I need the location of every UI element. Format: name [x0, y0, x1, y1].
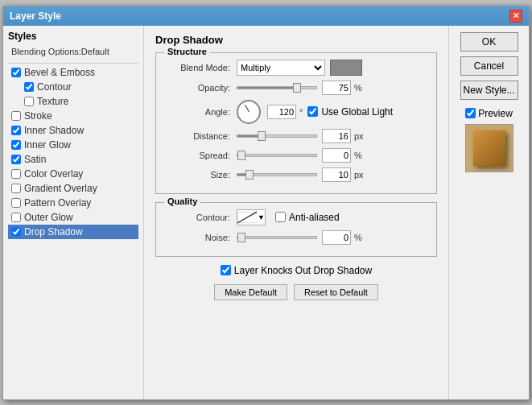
sidebar-item-inner-glow[interactable]: Inner Glow [8, 138, 138, 152]
pattern-overlay-label: Pattern Overlay [24, 197, 91, 209]
noise-input[interactable] [322, 230, 351, 245]
sidebar-item-bevel-emboss[interactable]: Bevel & Emboss [8, 65, 138, 80]
angle-input[interactable] [267, 105, 296, 119]
sidebar-item-gradient-overlay[interactable]: Gradient Overlay [8, 181, 138, 196]
preview-label-text: Preview [478, 108, 513, 119]
structure-label: Structure [164, 47, 210, 56]
opacity-label: Opacity: [166, 83, 230, 93]
preview-image [473, 130, 505, 166]
bevel-emboss-checkbox[interactable] [11, 68, 21, 77]
noise-label: Noise: [166, 233, 230, 242]
spread-label: Spread: [166, 151, 230, 160]
preview-checkbox[interactable] [465, 108, 476, 118]
contour-arrow: ▼ [258, 213, 265, 221]
satin-label: Satin [24, 154, 46, 165]
drop-shadow-label: Drop Shadow [24, 226, 83, 238]
size-slider[interactable] [237, 173, 317, 176]
left-panel: Styles Blending Options:Default Bevel & … [3, 26, 144, 399]
anti-aliased-text: Anti-aliased [289, 212, 340, 223]
angle-label: Angle: [166, 107, 230, 117]
spread-unit: % [354, 151, 362, 160]
sidebar-item-outer-glow[interactable]: Outer Glow [8, 210, 138, 225]
shadow-color-swatch[interactable] [330, 60, 362, 76]
layer-knocks-checkbox[interactable] [221, 265, 231, 275]
contour-checkbox[interactable] [24, 82, 34, 92]
anti-aliased-checkbox[interactable] [275, 212, 286, 222]
satin-checkbox[interactable] [11, 155, 21, 164]
gradient-overlay-checkbox[interactable] [11, 184, 21, 193]
inner-glow-label: Inner Glow [24, 139, 71, 151]
blending-options[interactable]: Blending Options:Default [8, 45, 138, 58]
sidebar-item-color-overlay[interactable]: Color Overlay [8, 167, 138, 181]
opacity-slider[interactable] [237, 86, 317, 89]
quality-label: Quality [164, 196, 200, 206]
stroke-checkbox[interactable] [11, 111, 21, 121]
blend-mode-label: Blend Mode: [166, 63, 230, 72]
distance-input[interactable] [322, 129, 351, 143]
bevel-emboss-label: Bevel & Emboss [24, 67, 95, 78]
outer-glow-label: Outer Glow [24, 212, 73, 223]
section-title: Drop Shadow [155, 34, 437, 46]
texture-checkbox[interactable] [24, 97, 34, 106]
spread-input[interactable] [322, 148, 351, 163]
sidebar-item-contour[interactable]: Contour [8, 80, 138, 94]
contour-label: Contour: [166, 213, 230, 222]
close-button[interactable]: ✕ [509, 10, 522, 23]
contour-label: Contour [37, 81, 72, 93]
sidebar-item-texture[interactable]: Texture [8, 94, 138, 109]
layer-knocks-row: Layer Knocks Out Drop Shadow [155, 265, 437, 276]
preview-label-row: Preview [465, 108, 513, 119]
pattern-overlay-checkbox[interactable] [11, 198, 21, 208]
window-title: Layer Style [10, 10, 61, 22]
window-body: Styles Blending Options:Default Bevel & … [3, 26, 529, 399]
size-input[interactable] [322, 167, 351, 182]
layer-style-window: Layer Style ✕ Styles Blending Options:De… [2, 6, 530, 400]
noise-row: Noise: % [166, 230, 427, 245]
size-row: Size: px [166, 167, 427, 182]
distance-row: Distance: px [166, 129, 427, 143]
contour-row: Contour: ▼ Anti-aliased [166, 209, 427, 225]
distance-unit: px [354, 131, 364, 141]
title-bar: Layer Style ✕ [3, 6, 529, 26]
opacity-row: Opacity: % [166, 81, 427, 95]
sidebar-item-stroke[interactable]: Stroke [8, 109, 138, 123]
sidebar-item-drop-shadow[interactable]: Drop Shadow [8, 225, 138, 239]
opacity-input[interactable] [322, 81, 351, 95]
layer-knocks-text: Layer Knocks Out Drop Shadow [234, 265, 372, 276]
sidebar-item-inner-shadow[interactable]: Inner Shadow [8, 123, 138, 138]
quality-group: Quality Contour: ▼ Anti-aliased [155, 202, 437, 257]
global-light-text: Use Global Light [321, 106, 393, 118]
distance-slider[interactable] [237, 134, 317, 138]
size-unit: px [354, 170, 364, 180]
sidebar-item-pattern-overlay[interactable]: Pattern Overlay [8, 196, 138, 210]
inner-shadow-checkbox[interactable] [11, 126, 21, 135]
contour-button[interactable]: ▼ [237, 209, 266, 225]
reset-default-button[interactable]: Reset to Default [294, 284, 378, 300]
make-default-button[interactable]: Make Default [214, 284, 287, 300]
angle-dial[interactable] [237, 100, 261, 124]
contour-icon [237, 211, 257, 224]
gradient-overlay-label: Gradient Overlay [24, 183, 97, 194]
right-panel: OK Cancel New Style... Preview [448, 26, 529, 399]
angle-row: Angle: ° Use Global Light [166, 100, 427, 124]
opacity-unit: % [354, 83, 362, 93]
cancel-button[interactable]: Cancel [460, 56, 518, 76]
blend-mode-row: Blend Mode: Multiply [166, 60, 427, 76]
main-panel: Drop Shadow Structure Blend Mode: Multip… [144, 26, 448, 399]
drop-shadow-checkbox[interactable] [11, 227, 21, 237]
inner-glow-checkbox[interactable] [11, 140, 21, 150]
angle-needle [245, 105, 250, 112]
outer-glow-checkbox[interactable] [11, 213, 21, 222]
size-label: Size: [166, 170, 230, 180]
color-overlay-checkbox[interactable] [11, 169, 21, 179]
sidebar-item-satin[interactable]: Satin [8, 152, 138, 167]
spread-slider[interactable] [237, 154, 317, 157]
noise-unit: % [354, 233, 362, 242]
ok-button[interactable]: OK [460, 32, 518, 52]
separator [8, 63, 138, 64]
global-light-checkbox[interactable] [307, 106, 318, 117]
noise-slider[interactable] [237, 236, 317, 239]
new-style-button[interactable]: New Style... [460, 81, 518, 100]
blend-mode-select[interactable]: Multiply [237, 60, 325, 76]
layer-knocks-label: Layer Knocks Out Drop Shadow [221, 265, 372, 276]
